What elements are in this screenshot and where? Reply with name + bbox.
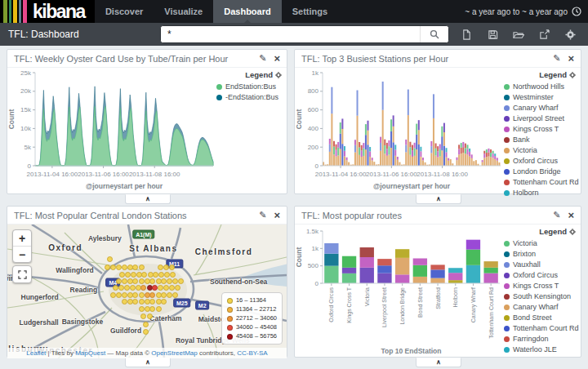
map-canvas[interactable]: + − 16 – 1136411364 – 2271222712 – 34060… (7, 225, 287, 358)
collapse-row-button[interactable] (416, 358, 461, 367)
edit-panel-icon[interactable] (553, 54, 560, 63)
map-place-label: Southend-on-Sea (210, 278, 267, 286)
legend-item[interactable]: South Kensington (504, 292, 576, 300)
legend-item[interactable]: Vauxhall (504, 260, 576, 269)
svg-text:Holborn: Holborn (452, 287, 458, 308)
legend-gear-icon[interactable] (275, 72, 282, 78)
attribution-link[interactable]: Leaflet (26, 349, 46, 357)
close-panel-icon[interactable] (274, 210, 280, 220)
close-panel-icon[interactable] (568, 53, 574, 64)
legend-item[interactable]: Kings Cross T (504, 125, 576, 133)
panel-popular-routes: TFL: Most popular routes Oxford CircusKi… (294, 206, 581, 358)
share-dashboard-button[interactable] (536, 25, 554, 43)
nav-item-visualize[interactable]: Visualize (154, 0, 213, 23)
svg-text:0: 0 (28, 162, 32, 170)
edit-panel-icon[interactable] (259, 54, 266, 63)
toolbar-actions (449, 25, 588, 43)
collapse-row-button[interactable] (125, 194, 171, 204)
station-heat-dot (139, 292, 145, 298)
legend-item[interactable]: Northwood Hills (504, 82, 576, 91)
svg-text:0: 0 (315, 162, 319, 170)
legend-item[interactable]: Waterloo JLE (504, 345, 576, 353)
legend-item[interactable]: Victoria (504, 146, 576, 154)
road-badge: M2 (195, 301, 210, 310)
legend-title: Legend (539, 227, 567, 236)
svg-text:20k: 20k (20, 87, 32, 95)
svg-text:Kings Cross T: Kings Cross T (346, 287, 353, 323)
legend-gear-icon[interactable] (569, 229, 576, 235)
map-place-label: Guildford (110, 327, 141, 335)
svg-text:1k: 1k (312, 69, 319, 77)
legend-item[interactable]: Victoria (504, 239, 576, 247)
svg-text:200: 200 (308, 144, 319, 151)
save-dashboard-button[interactable] (483, 25, 501, 43)
map-place-label: Hungerford (21, 293, 59, 301)
panel-title: TFL: Top 3 Busiest Stations per Hour (301, 54, 553, 64)
oyster-chart-svg: 05k10k15k20k25k@journeystart per hourCou… (7, 68, 216, 195)
zoom-out-button[interactable]: − (13, 246, 31, 262)
legend-item[interactable]: Bond Street (504, 313, 576, 322)
legend-item[interactable]: London Bridge (504, 167, 576, 176)
station-heat-dot (110, 292, 116, 298)
logo-text: kibana (33, 1, 85, 22)
close-panel-icon[interactable] (568, 210, 574, 220)
map-attribution: Leaflet | Tiles by MapQuest — Map data ©… (7, 348, 287, 358)
nav-item-settings[interactable]: Settings (282, 0, 338, 23)
legend-item[interactable]: Farringdon (504, 335, 576, 343)
nav-item-discover[interactable]: Discover (95, 0, 154, 23)
svg-text:600: 600 (308, 106, 319, 113)
stations-chart-svg: 02004006008001k@journeystart per hourCou… (295, 68, 504, 195)
edit-panel-icon[interactable] (553, 211, 560, 220)
dashboard-options-button[interactable] (561, 25, 579, 43)
legend-item[interactable]: Tottenham Court Rd (504, 178, 576, 186)
attribution-link[interactable]: OpenStreetMap (151, 349, 197, 357)
search-button[interactable] (420, 26, 448, 42)
close-panel-icon[interactable] (274, 53, 280, 64)
time-range-picker[interactable]: ~ a year ago to ~ a year ago (465, 0, 588, 23)
open-dashboard-button[interactable] (510, 25, 528, 43)
query-input[interactable] (161, 26, 420, 42)
legend-item[interactable]: Canary Wharf (504, 303, 576, 311)
legend-item[interactable]: Holborn (504, 189, 576, 197)
svg-text:5k: 5k (24, 144, 32, 151)
edit-panel-icon[interactable] (259, 211, 266, 220)
legend-label: Bond Street (513, 313, 552, 322)
station-heat-dot (116, 292, 122, 298)
legend-item[interactable]: Brixton (504, 250, 576, 258)
zoom-in-button[interactable]: + (13, 230, 31, 246)
nav-item-dashboard[interactable]: Dashboard (213, 0, 281, 23)
legend-item[interactable]: Liverpool Street (504, 114, 576, 122)
road-badge: A1(M) (132, 230, 154, 239)
legend-item[interactable]: Kings Cross T (504, 282, 576, 290)
legend-gear-icon[interactable] (569, 72, 576, 78)
map-place-label: Basingstoke (62, 318, 104, 326)
query-bar (160, 25, 449, 43)
map-legend-range: 22712 – 34060 (236, 314, 277, 322)
legend-item[interactable]: Oxford Circus (504, 271, 576, 279)
legend-item[interactable]: Bank (504, 136, 576, 144)
svg-text:10k: 10k (20, 125, 32, 132)
legend-item[interactable]: Oxford Circus (504, 157, 576, 165)
svg-text:Canary Wharf: Canary Wharf (470, 287, 477, 322)
legend-item[interactable]: EndStation:Bus (216, 82, 282, 91)
legend-item[interactable]: -EndStation:Bus (216, 93, 282, 101)
map-legend-dot (227, 325, 233, 331)
attribution-link[interactable]: MapQuest (75, 349, 105, 357)
legend-color-dot (504, 347, 510, 353)
station-heat-dot (122, 278, 127, 284)
collapse-row-button[interactable] (125, 358, 171, 367)
save-dashboard-icon (488, 29, 498, 40)
map-legend-item: 22712 – 34060 (227, 314, 277, 322)
nav-menu: Discover Visualize Dashboard Settings (95, 0, 338, 23)
new-dashboard-button[interactable] (458, 25, 476, 43)
legend-item[interactable]: Canary Wharf (504, 104, 576, 112)
legend-item[interactable]: Westminster (504, 93, 576, 101)
legend-item[interactable]: Tottenham Court Rd (504, 324, 576, 332)
kibana-logo[interactable]: kibana (0, 0, 95, 23)
attribution-link[interactable]: CC-BY-SA (237, 349, 268, 357)
panel-busiest-stations: TFL: Top 3 Busiest Stations per Hour 020… (294, 49, 581, 194)
draw-filter-button[interactable] (12, 265, 32, 283)
collapse-row-button[interactable] (416, 194, 461, 204)
svg-text:2013-11-06 16:00: 2013-11-06 16:00 (366, 171, 417, 178)
svg-text:800: 800 (308, 87, 319, 95)
